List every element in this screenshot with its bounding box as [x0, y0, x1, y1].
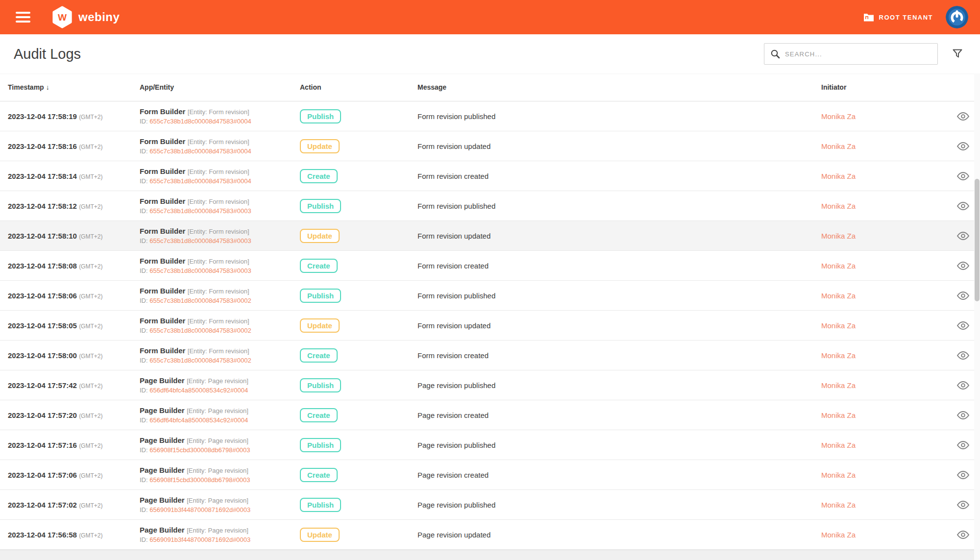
- timestamp-cell: 2023-12-04 17:58:08 (GMT+2): [8, 262, 140, 270]
- search-box[interactable]: [764, 43, 938, 65]
- table-row[interactable]: 2023-12-04 17:58:19 (GMT+2) Form Builder…: [0, 101, 980, 131]
- timestamp-cell: 2023-12-04 17:56:58 (GMT+2): [8, 531, 140, 539]
- table-row[interactable]: 2023-12-04 17:56:58 (GMT+2) Page Builder…: [0, 520, 980, 550]
- timestamp-cell: 2023-12-04 17:58:14 (GMT+2): [8, 172, 140, 180]
- col-header-action[interactable]: Action: [300, 83, 417, 91]
- power-avatar-icon: [946, 6, 968, 28]
- col-header-message[interactable]: Message: [417, 83, 821, 91]
- app-entity-cell: Page Builder [Entity: Page revision] ID:…: [140, 464, 300, 485]
- app-header: W webiny ROOT TENANT: [0, 0, 980, 34]
- action-cell: Publish: [300, 498, 417, 512]
- action-cell: Create: [300, 468, 417, 482]
- table-row[interactable]: 2023-12-04 17:58:12 (GMT+2) Form Builder…: [0, 191, 980, 221]
- timestamp-cell: 2023-12-04 17:58:16 (GMT+2): [8, 142, 140, 150]
- action-cell: Create: [300, 408, 417, 422]
- initiator-cell: Monika Za: [821, 471, 946, 479]
- timestamp-cell: 2023-12-04 17:57:16 (GMT+2): [8, 441, 140, 449]
- initiator-cell: Monika Za: [821, 441, 946, 449]
- message-cell: Page revision published: [417, 501, 821, 509]
- timestamp-cell: 2023-12-04 17:58:00 (GMT+2): [8, 351, 140, 360]
- col-header-app-entity[interactable]: App/Entity: [140, 83, 300, 91]
- table-row[interactable]: 2023-12-04 17:58:10 (GMT+2) Form Builder…: [0, 221, 980, 251]
- timestamp-cell: 2023-12-04 17:57:02 (GMT+2): [8, 501, 140, 509]
- table-row[interactable]: 2023-12-04 17:58:16 (GMT+2) Form Builder…: [0, 131, 980, 161]
- app-entity-cell: Page Builder [Entity: Page revision] ID:…: [140, 494, 300, 515]
- action-badge: Create: [300, 169, 338, 183]
- initiator-cell: Monika Za: [821, 142, 946, 150]
- search-input[interactable]: [785, 50, 931, 58]
- webiny-logo[interactable]: W webiny: [51, 6, 120, 28]
- app-entity-cell: Page Builder [Entity: Page revision] ID:…: [140, 405, 300, 425]
- message-cell: Form revision updated: [417, 321, 821, 330]
- action-cell: Update: [300, 139, 417, 153]
- message-cell: Form revision created: [417, 172, 821, 180]
- message-cell: Form revision updated: [417, 232, 821, 240]
- table-row[interactable]: 2023-12-04 17:57:42 (GMT+2) Page Builder…: [0, 370, 980, 400]
- table-row[interactable]: 2023-12-04 17:58:06 (GMT+2) Form Builder…: [0, 281, 980, 311]
- timestamp-cell: 2023-12-04 17:57:42 (GMT+2): [8, 381, 140, 390]
- filter-button[interactable]: [952, 48, 963, 60]
- initiator-cell: Monika Za: [821, 172, 946, 180]
- table-row[interactable]: 2023-12-04 17:57:06 (GMT+2) Page Builder…: [0, 460, 980, 490]
- tenant-label: ROOT TENANT: [879, 14, 933, 21]
- app-entity-cell: Page Builder [Entity: Page revision] ID:…: [140, 524, 300, 545]
- action-badge: Create: [300, 348, 338, 363]
- menu-hamburger-icon[interactable]: [16, 12, 30, 23]
- message-cell: Form revision published: [417, 202, 821, 210]
- message-cell: Page revision published: [417, 441, 821, 449]
- horizontal-scrollbar-track[interactable]: [0, 550, 980, 560]
- table-row[interactable]: 2023-12-04 17:57:20 (GMT+2) Page Builder…: [0, 400, 980, 430]
- table-header-row: Timestamp↓ App/Entity Action Message Ini…: [0, 73, 980, 101]
- initiator-cell: Monika Za: [821, 531, 946, 539]
- action-cell: Update: [300, 229, 417, 243]
- app-entity-cell: Form Builder [Entity: Form revision] ID:…: [140, 225, 300, 246]
- page-toolbar: Audit Logs: [0, 34, 980, 73]
- table-row[interactable]: 2023-12-04 17:58:00 (GMT+2) Form Builder…: [0, 341, 980, 370]
- timestamp-cell: 2023-12-04 17:58:06 (GMT+2): [8, 292, 140, 300]
- initiator-cell: Monika Za: [821, 232, 946, 240]
- initiator-cell: Monika Za: [821, 411, 946, 419]
- message-cell: Form revision published: [417, 292, 821, 300]
- timestamp-cell: 2023-12-04 17:58:19 (GMT+2): [8, 112, 140, 121]
- app-entity-cell: Form Builder [Entity: Form revision] ID:…: [140, 166, 300, 186]
- tenant-selector[interactable]: ROOT TENANT: [863, 13, 933, 22]
- table-row[interactable]: 2023-12-04 17:57:16 (GMT+2) Page Builder…: [0, 430, 980, 460]
- action-badge: Publish: [300, 199, 341, 213]
- col-header-timestamp[interactable]: Timestamp↓: [8, 83, 140, 91]
- table-row[interactable]: 2023-12-04 17:57:02 (GMT+2) Page Builder…: [0, 490, 980, 520]
- action-badge: Update: [300, 139, 340, 153]
- action-cell: Update: [300, 528, 417, 542]
- timestamp-cell: 2023-12-04 17:58:10 (GMT+2): [8, 232, 140, 240]
- vertical-scrollbar-thumb[interactable]: [975, 179, 980, 301]
- action-badge: Publish: [300, 289, 341, 303]
- page-title: Audit Logs: [14, 46, 81, 62]
- app-entity-cell: Form Builder [Entity: Form revision] ID:…: [140, 106, 300, 126]
- vertical-scrollbar-track[interactable]: [974, 73, 980, 560]
- timestamp-cell: 2023-12-04 17:58:12 (GMT+2): [8, 202, 140, 210]
- initiator-cell: Monika Za: [821, 381, 946, 390]
- folder-icon: [863, 13, 874, 22]
- action-badge: Publish: [300, 498, 341, 512]
- action-badge: Update: [300, 528, 340, 542]
- col-header-initiator[interactable]: Initiator: [821, 83, 946, 91]
- action-badge: Publish: [300, 438, 341, 452]
- message-cell: Form revision created: [417, 262, 821, 270]
- initiator-cell: Monika Za: [821, 202, 946, 210]
- search-icon: [770, 49, 780, 59]
- action-badge: Publish: [300, 109, 341, 123]
- audit-log-list: 2023-12-04 17:58:19 (GMT+2) Form Builder…: [0, 101, 980, 550]
- action-badge: Create: [300, 408, 338, 422]
- table-row[interactable]: 2023-12-04 17:58:14 (GMT+2) Form Builder…: [0, 161, 980, 191]
- action-cell: Publish: [300, 109, 417, 123]
- app-entity-cell: Form Builder [Entity: Form revision] ID:…: [140, 195, 300, 216]
- action-cell: Create: [300, 169, 417, 183]
- svg-text:W: W: [58, 12, 67, 23]
- action-cell: Publish: [300, 438, 417, 452]
- initiator-cell: Monika Za: [821, 112, 946, 121]
- table-row[interactable]: 2023-12-04 17:58:08 (GMT+2) Form Builder…: [0, 251, 980, 281]
- message-cell: Page revision created: [417, 411, 821, 419]
- table-row[interactable]: 2023-12-04 17:58:05 (GMT+2) Form Builder…: [0, 311, 980, 341]
- action-badge: Update: [300, 229, 340, 243]
- filter-funnel-icon: [952, 48, 963, 60]
- user-avatar[interactable]: [946, 6, 968, 28]
